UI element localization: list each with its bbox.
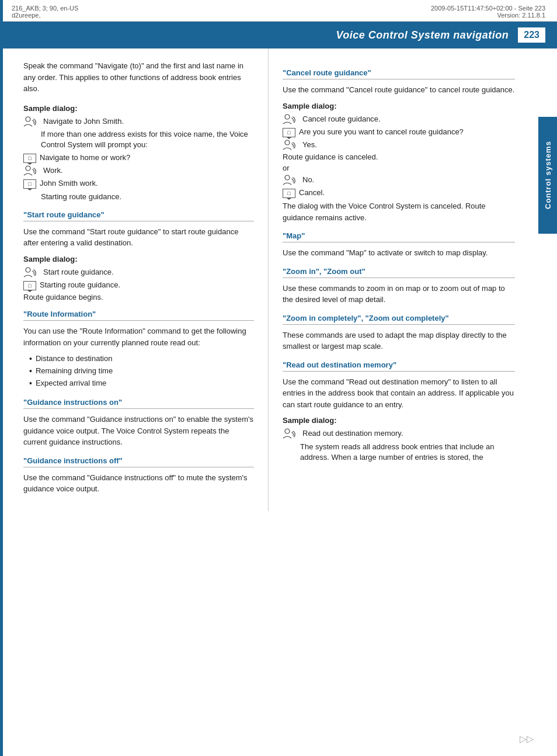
dialog-text: Starting route guidance. [40, 280, 254, 290]
dialog-row: Cancel route guidance. [283, 114, 515, 124]
voice-icon [23, 116, 40, 127]
svg-point-4 [285, 140, 290, 145]
dialog-row: No. [283, 175, 515, 185]
section-zoom-completely-heading: "Zoom in completely", "Zoom out complete… [283, 314, 515, 325]
dialog-text: John Smith work. [40, 178, 254, 189]
section-guidance-off-body: Use the command "Guidance instructions o… [23, 472, 254, 495]
main-content: Speak the command "Navigate (to)" and th… [0, 48, 557, 511]
header-meta: 216_AKB; 3; 90, en-US d2ureepe, 2009-05-… [0, 0, 557, 22]
dialog-row: Start route guidance. [23, 267, 254, 278]
route-begins-text: Route guidance begins. [23, 293, 254, 301]
sample-dialog-read-label: Sample dialog: [283, 416, 515, 425]
dialog-text: Cancel route guidance. [302, 114, 515, 124]
sample-dialog-cancel-label: Sample dialog: [283, 102, 515, 110]
voice-icon [23, 267, 40, 278]
screen-icon: □ [23, 154, 36, 163]
page-number: 223 [518, 27, 545, 43]
voice-icon [23, 165, 40, 176]
voice-icon [283, 140, 299, 150]
bullet-arrival: Expected arrival time [29, 377, 254, 390]
sample-dialog-2-label: Sample dialog: [23, 255, 254, 263]
dialog-canceled-text: The dialog with the Voice Control System… [283, 200, 515, 223]
bullet-distance: Distance to destination [29, 353, 254, 365]
svg-point-2 [26, 268, 30, 272]
header-left-top: 216_AKB; 3; 90, en-US [12, 5, 78, 12]
dialog-indent: The system reads all address book entrie… [283, 442, 515, 463]
svg-point-6 [285, 429, 290, 434]
section-cancel-body: Use the command "Cancel route guidance" … [283, 84, 515, 96]
dialog-row: Navigate to John Smith. [23, 116, 254, 127]
footer-arrow: ▷▷ [520, 733, 534, 744]
section-zoom-heading: "Zoom in", "Zoom out" [283, 267, 515, 278]
voice-icon [283, 428, 299, 439]
section-zoom-completely-body: These commands are used to adapt the map… [283, 330, 515, 352]
section-start-route-heading: "Start route guidance" [23, 210, 254, 221]
dialog-text: Navigate to John Smith. [43, 116, 254, 127]
bullet-driving-time: Remaining driving time [29, 365, 254, 377]
right-column: "Cancel route guidance" Use the command … [269, 48, 538, 511]
dialog-row: □ Are you sure you want to cancel route … [283, 127, 515, 137]
dialog-text: Work. [43, 165, 254, 176]
section-guidance-on-body: Use the command "Guidance instructions o… [23, 414, 254, 448]
section-read-dest-body: Use the command "Read out destination me… [283, 376, 515, 411]
page-title: Voice Control System navigation [336, 29, 509, 41]
page-container: 216_AKB; 3; 90, en-US d2ureepe, 2009-05-… [0, 0, 557, 756]
dialog-indent: If more than one address exists for this… [23, 129, 254, 150]
svg-point-3 [285, 115, 290, 119]
dialog-row: Read out destination memory. [283, 428, 515, 439]
section-cancel-heading: "Cancel route guidance" [283, 68, 515, 79]
dialog-text: Start route guidance. [43, 267, 254, 278]
svg-point-5 [285, 175, 290, 180]
screen-icon: □ [283, 128, 295, 137]
intro-text: Speak the command "Navigate (to)" and th… [23, 60, 254, 95]
dialog-text: Read out destination memory. [302, 428, 515, 439]
section-read-dest-heading: "Read out destination memory" [283, 360, 515, 372]
svg-point-0 [26, 117, 30, 122]
screen-icon: □ [23, 179, 36, 189]
title-bar: Voice Control System navigation 223 [0, 22, 557, 48]
dialog-text: No. [302, 175, 515, 185]
dialog-row: Yes. [283, 140, 515, 150]
dialog-row: □ Navigate to home or work? [23, 152, 254, 163]
left-border [0, 0, 3, 756]
dialog-text: Navigate to home or work? [40, 152, 254, 163]
side-tab: Control systems [538, 117, 557, 234]
section-map-body: Use the command "Map" to activate or swi… [283, 247, 515, 259]
left-column: Speak the command "Navigate (to)" and th… [0, 48, 269, 511]
or-text: or [283, 164, 515, 172]
dialog-plain: Starting route guidance. [23, 192, 254, 202]
sample-dialog-1-label: Sample dialog: [23, 104, 254, 113]
route-info-bullets: Distance to destination Remaining drivin… [29, 353, 254, 390]
svg-point-1 [26, 166, 30, 171]
dialog-text: Are you sure you want to cancel route gu… [299, 127, 515, 137]
section-route-info-heading: "Route Information" [23, 310, 254, 321]
screen-icon: □ [283, 189, 295, 198]
dialog-row: □ John Smith work. [23, 178, 254, 189]
dialog-text: Cancel. [299, 188, 515, 198]
header-left: 216_AKB; 3; 90, en-US d2ureepe, [12, 5, 78, 19]
dialog-text: Yes. [302, 140, 515, 150]
section-route-info-body: You can use the "Route Information" comm… [23, 325, 254, 348]
voice-icon [283, 175, 299, 185]
dialog-row: □ Starting route guidance. [23, 280, 254, 290]
header-right-bottom: Version: 2.11.8.1 [431, 12, 545, 19]
dialog-row: Work. [23, 165, 254, 176]
header-left-bottom: d2ureepe, [12, 12, 78, 19]
section-guidance-off-heading: "Guidance instructions off" [23, 456, 254, 467]
route-canceled-text: Route guidance is canceled. [283, 152, 515, 161]
section-map-heading: "Map" [283, 231, 515, 242]
screen-icon: □ [23, 281, 36, 290]
header-right: 2009-05-15T11:47:50+02:00 - Seite 223 Ve… [431, 5, 545, 19]
voice-icon [283, 114, 299, 124]
section-start-route-body: Use the command "Start route guidance" t… [23, 226, 254, 249]
section-guidance-on-heading: "Guidance instructions on" [23, 398, 254, 409]
dialog-row: □ Cancel. [283, 188, 515, 198]
section-zoom-body: Use these commands to zoom in on map or … [283, 283, 515, 306]
header-right-top: 2009-05-15T11:47:50+02:00 - Seite 223 [431, 5, 545, 12]
